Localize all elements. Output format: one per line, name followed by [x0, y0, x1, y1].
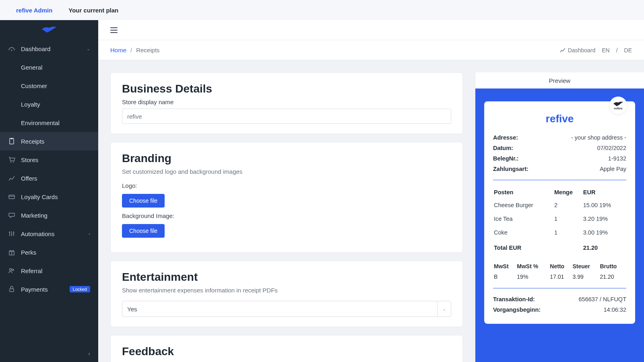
nav-sub-loyalty[interactable]: Loyalty — [0, 95, 98, 113]
nav-sub-customer[interactable]: Customer — [0, 76, 98, 95]
table-row: Ice Tea13.20 19% — [494, 212, 625, 225]
users-icon — [8, 267, 15, 274]
receipt-row: Transaktion-Id:656637 / NLFUQT — [493, 294, 626, 304]
chevron-left-icon: ‹ — [88, 350, 90, 357]
lang-de[interactable]: DE — [624, 47, 632, 53]
bird-icon — [41, 25, 57, 34]
receipt: refive refive Adresse:- your shop addres… — [484, 101, 635, 324]
store-name-label: Store display name — [122, 99, 451, 105]
business-details-card: Business Details Store display name — [110, 72, 463, 134]
card-subtitle: Show entertainment expenses information … — [122, 287, 451, 294]
bg-label: Background Image: — [122, 212, 451, 219]
nav-label: Perks — [21, 249, 90, 256]
nav-payments[interactable]: Payments Locked — [0, 280, 98, 298]
card-subtitle: Set customized logo and background image… — [122, 168, 451, 175]
gift-icon — [8, 249, 15, 256]
receipt-row: Vorgangsbeginn:14:06:32 — [493, 304, 626, 315]
plan-link[interactable]: Your current plan — [68, 7, 118, 14]
nav-label: Dashboard — [21, 45, 81, 52]
choose-bg-button[interactable]: Choose file — [122, 224, 165, 238]
hamburger-button[interactable] — [110, 27, 118, 33]
receipt-row: BelegNr.:1-9132 — [493, 153, 626, 164]
lang-sep: / — [616, 47, 618, 53]
nav-sub-environmental[interactable]: Environmental — [0, 113, 98, 132]
main: Home / Receipts Dashboard EN / DE Busine… — [98, 20, 644, 362]
receipt-title: refive — [493, 113, 626, 125]
breadcrumb-bar: Home / Receipts Dashboard EN / DE — [98, 40, 644, 60]
card-title: Entertainment — [122, 271, 451, 284]
card-title: Business Details — [122, 82, 451, 95]
lang-en[interactable]: EN — [602, 47, 609, 53]
branding-card: Branding Set customized logo and backgro… — [110, 142, 463, 253]
preview-body: refive refive Adresse:- your shop addres… — [475, 88, 644, 362]
gauge-icon — [8, 45, 15, 52]
breadcrumb-current: Receipts — [136, 47, 159, 53]
preview-header: Preview — [475, 72, 644, 88]
nav-marketing[interactable]: Marketing — [0, 206, 98, 224]
card-title: Branding — [122, 152, 451, 165]
sidebar-collapse[interactable]: ‹ — [0, 345, 98, 362]
chevron-left-icon: ‹ — [89, 231, 90, 236]
nav-label: Stores — [21, 156, 90, 163]
svg-point-11 — [11, 234, 12, 235]
svg-point-3 — [10, 162, 11, 162]
nav-label: Payments — [21, 286, 64, 293]
svg-rect-5 — [9, 195, 14, 199]
receipt-row: Zahlungsart:Apple Pay — [493, 164, 626, 174]
nav-sub-general[interactable]: General — [0, 58, 98, 76]
nav-stores[interactable]: Stores — [0, 150, 98, 169]
content: Business Details Store display name Bran… — [98, 60, 475, 362]
nav-dashboard[interactable]: Dashboard ⌄ — [0, 39, 98, 58]
entertainment-card: Entertainment Show entertainment expense… — [110, 261, 463, 327]
nav-label: Receipts — [21, 138, 90, 145]
nav-loyalty-cards[interactable]: Loyalty Cards — [0, 187, 98, 206]
nav-receipts[interactable]: Receipts — [0, 132, 98, 150]
receipt-divider — [493, 288, 626, 288]
nav-offers[interactable]: Offers — [0, 169, 98, 187]
svg-rect-2 — [10, 138, 13, 139]
receipt-divider — [493, 180, 626, 180]
cart-icon — [8, 156, 15, 163]
store-name-input[interactable] — [122, 109, 451, 124]
chat-icon — [8, 212, 15, 219]
table-row: Cheese Burger215.00 19% — [494, 199, 625, 212]
svg-point-10 — [9, 232, 10, 233]
nav-label: Marketing — [21, 212, 90, 219]
total-row: Total EUR21.20 — [494, 240, 625, 254]
locked-badge: Locked — [70, 286, 90, 292]
svg-point-4 — [13, 162, 14, 162]
admin-link[interactable]: refive Admin — [16, 7, 52, 14]
choose-logo-button[interactable]: Choose file — [122, 194, 165, 208]
svg-point-15 — [10, 269, 12, 271]
sidebar-nav: Dashboard ⌄ General Customer Loyalty Env… — [0, 39, 98, 345]
entertainment-select[interactable]: Yes ⌄ — [122, 301, 451, 317]
receipt-row: Datum:07/02/2022 — [493, 143, 626, 153]
sidebar: Dashboard ⌄ General Customer Loyalty Env… — [0, 20, 98, 362]
bird-icon — [613, 101, 623, 107]
nav-perks[interactable]: Perks — [0, 243, 98, 261]
lock-icon — [8, 286, 15, 293]
chevron-down-icon: ⌄ — [437, 301, 446, 317]
breadcrumb-sep: / — [130, 47, 132, 53]
breadcrumb-home[interactable]: Home — [110, 47, 126, 53]
feedback-card: Feedback Capture customer feedback — [110, 335, 463, 362]
items-table: PostenMengeEUR Cheese Burger215.00 19% I… — [493, 186, 626, 255]
dashboard-link[interactable]: Dashboard — [560, 47, 596, 53]
main-header — [98, 20, 644, 40]
receipt-row: Adresse:- your shop address - — [493, 132, 626, 143]
nav-label: Loyalty Cards — [21, 193, 90, 200]
brand-logo — [0, 20, 98, 39]
svg-point-16 — [12, 269, 14, 271]
nav-automations[interactable]: Automations ‹ — [0, 224, 98, 243]
svg-rect-17 — [10, 289, 14, 292]
select-value: Yes — [127, 306, 137, 313]
tax-table: MwStMwSt %NettoSteuerBrutto B19%17.013.9… — [493, 261, 626, 282]
svg-rect-1 — [10, 138, 14, 144]
sliders-icon — [8, 230, 15, 237]
nav-referral[interactable]: Referral — [0, 261, 98, 280]
svg-point-0 — [11, 50, 12, 51]
nav-label: Automations — [21, 230, 83, 237]
logo-label: Logo: — [122, 182, 451, 189]
chart-icon — [560, 47, 566, 53]
table-row: B19%17.013.9921.20 — [494, 272, 625, 282]
